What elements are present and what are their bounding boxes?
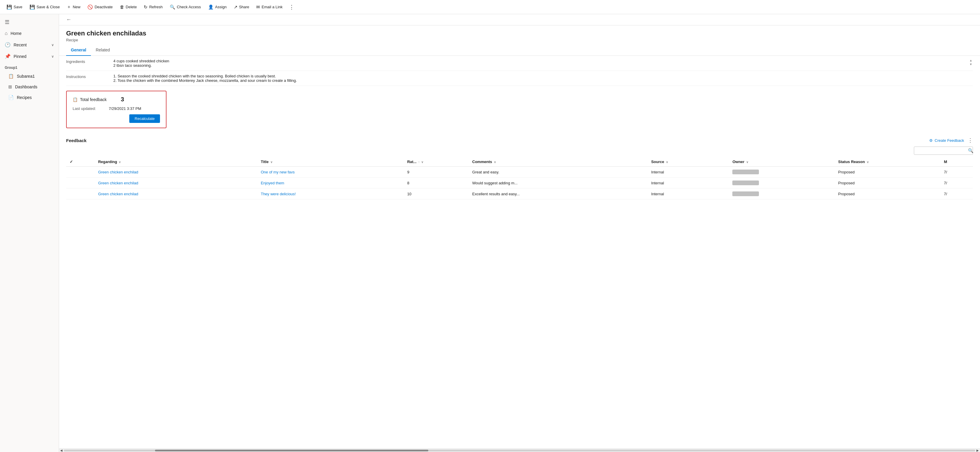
back-bar: ← bbox=[59, 14, 980, 26]
sidebar-item-recent[interactable]: 🕐 Recent ∨ bbox=[0, 39, 59, 51]
row-check-0[interactable] bbox=[66, 167, 94, 177]
title-link-2[interactable]: They were delicious! bbox=[261, 192, 296, 196]
col-header-source[interactable]: Source ∨ bbox=[648, 157, 729, 167]
save-close-icon: 💾 bbox=[30, 5, 35, 10]
search-input[interactable] bbox=[916, 149, 966, 153]
recalculate-button[interactable]: Recalculate bbox=[129, 114, 160, 123]
recent-icon: 🕐 bbox=[5, 42, 11, 48]
row-check-2[interactable] bbox=[66, 188, 94, 200]
feedback-last-updated-row: Last updated: 7/29/2021 3:37 PM bbox=[73, 106, 160, 111]
scroll-down-arrow[interactable]: ▼ bbox=[969, 62, 973, 66]
col-header-comments[interactable]: Comments ∨ bbox=[469, 157, 648, 167]
horizontal-scrollbar[interactable]: ◀ ▶ bbox=[59, 449, 980, 452]
subarea1-icon: 📋 bbox=[8, 73, 14, 79]
col-header-status[interactable]: Status Reason ∨ bbox=[835, 157, 940, 167]
tab-general[interactable]: General bbox=[66, 45, 91, 56]
check-all-icon: ✓ bbox=[70, 160, 73, 164]
dashboards-icon: ⊞ bbox=[8, 84, 12, 89]
h-scroll-thumb[interactable] bbox=[155, 450, 428, 451]
sidebar-item-recipes[interactable]: 📄 Recipes bbox=[0, 92, 59, 103]
sidebar-item-subarea1[interactable]: 📋 Subarea1 bbox=[0, 71, 59, 81]
col-header-owner[interactable]: Owner ∨ bbox=[729, 157, 834, 167]
instructions-field-row: Instructions 1. Season the cooked shredd… bbox=[66, 71, 973, 86]
row-source-1: Internal bbox=[648, 177, 729, 188]
main-layout: ☰ ⌂ Home 🕐 Recent ∨ 📌 Pinned ∨ Group1 📋 … bbox=[0, 14, 980, 452]
total-feedback-icon: 📋 bbox=[73, 97, 78, 102]
feedback-count: 3 bbox=[121, 96, 124, 103]
save-icon: 💾 bbox=[6, 5, 12, 10]
regarding-link-1[interactable]: Green chicken enchilad bbox=[98, 181, 138, 185]
page-subtitle: Recipe bbox=[66, 38, 973, 42]
ingredients-scrollbar[interactable]: ▲ ▼ bbox=[969, 59, 973, 66]
row-source-2: Internal bbox=[648, 188, 729, 200]
title-link-0[interactable]: One of my new favs bbox=[261, 170, 294, 174]
row-title-0: One of my new favs bbox=[257, 167, 404, 177]
sidebar-item-home[interactable]: ⌂ Home bbox=[0, 28, 59, 39]
row-m-1: 7/ bbox=[940, 177, 973, 188]
recipes-icon: 📄 bbox=[8, 95, 14, 100]
row-status-1: Proposed bbox=[835, 177, 940, 188]
tab-related[interactable]: Related bbox=[91, 45, 115, 56]
back-button[interactable]: ← bbox=[66, 16, 72, 23]
owner-blurred-1: redacted bbox=[732, 180, 759, 185]
feedback-table: ✓ Regarding ∨ Title ∨ Rat... ↑ bbox=[66, 157, 973, 200]
col-header-m: M bbox=[940, 157, 973, 167]
save-button[interactable]: 💾 Save bbox=[3, 3, 25, 11]
row-m-2: 7/ bbox=[940, 188, 973, 200]
create-feedback-icon: ⚙ bbox=[929, 138, 933, 143]
deactivate-button[interactable]: 🚫 Deactivate bbox=[84, 3, 115, 11]
share-icon: ↗ bbox=[234, 5, 238, 10]
row-owner-0: redacted bbox=[729, 167, 834, 177]
owner-blurred-2: redacted bbox=[732, 192, 759, 196]
sidebar-item-pinned[interactable]: 📌 Pinned ∨ bbox=[0, 51, 59, 62]
deactivate-icon: 🚫 bbox=[88, 5, 93, 10]
row-comments-0: Great and easy. bbox=[469, 167, 648, 177]
create-feedback-button[interactable]: ⚙ Create Feedback bbox=[929, 138, 964, 143]
save-close-button[interactable]: 💾 Save & Close bbox=[27, 3, 63, 11]
assign-button[interactable]: 👤 Assign bbox=[205, 3, 230, 11]
regarding-link-0[interactable]: Green chicken enchilad bbox=[98, 170, 138, 174]
col-header-check[interactable]: ✓ bbox=[66, 157, 94, 167]
refresh-button[interactable]: ↻ Refresh bbox=[141, 3, 165, 11]
hamburger-menu-button[interactable]: ☰ bbox=[0, 16, 59, 28]
new-icon: ＋ bbox=[67, 4, 71, 10]
regarding-link-2[interactable]: Green chicken enchilad bbox=[98, 192, 138, 196]
content-area: ← Green chicken enchiladas Recipe Genera… bbox=[59, 14, 980, 452]
table-header-row: ✓ Regarding ∨ Title ∨ Rat... ↑ bbox=[66, 157, 973, 167]
feedback-date: 7/29/2021 3:37 PM bbox=[109, 106, 141, 111]
col-header-rating[interactable]: Rat... ↑ ∨ bbox=[404, 157, 468, 167]
col-header-regarding[interactable]: Regarding ∨ bbox=[94, 157, 257, 167]
ingredients-field-row: Ingredients 4 cups cooked shredded chick… bbox=[66, 56, 973, 71]
feedback-more-button[interactable]: ⋮ bbox=[967, 137, 973, 144]
h-scroll-left-button[interactable]: ◀ bbox=[60, 449, 62, 452]
row-regarding-1: Green chicken enchilad bbox=[94, 177, 257, 188]
title-link-1[interactable]: Enjoyed them bbox=[261, 181, 284, 185]
more-options-button[interactable]: ⋮ bbox=[286, 2, 297, 12]
table-row: Green chicken enchilad One of my new fav… bbox=[66, 167, 973, 177]
instructions-label: Instructions bbox=[66, 74, 113, 79]
email-link-icon: ✉ bbox=[256, 5, 260, 10]
h-scroll-right-button[interactable]: ▶ bbox=[977, 449, 979, 452]
sidebar-item-dashboards[interactable]: ⊞ Dashboards bbox=[0, 81, 59, 92]
pinned-chevron-icon: ∨ bbox=[51, 54, 54, 59]
row-owner-2: redacted bbox=[729, 188, 834, 200]
new-button[interactable]: ＋ New bbox=[64, 2, 83, 11]
email-link-button[interactable]: ✉ Email a Link bbox=[253, 3, 285, 11]
feedback-section-title: Feedback bbox=[66, 138, 86, 143]
row-status-0: Proposed bbox=[835, 167, 940, 177]
row-check-1[interactable] bbox=[66, 177, 94, 188]
check-access-button[interactable]: 🔍 Check Access bbox=[167, 3, 204, 11]
home-icon: ⌂ bbox=[5, 31, 8, 36]
rating-sort-desc-icon: ∨ bbox=[421, 160, 423, 164]
regarding-sort-icon: ∨ bbox=[119, 160, 121, 164]
col-header-title[interactable]: Title ∨ bbox=[257, 157, 404, 167]
scroll-up-arrow[interactable]: ▲ bbox=[969, 59, 973, 62]
delete-button[interactable]: 🗑 Delete bbox=[117, 3, 140, 11]
row-title-2: They were delicious! bbox=[257, 188, 404, 200]
share-button[interactable]: ↗ Share bbox=[231, 3, 252, 11]
source-sort-icon: ∨ bbox=[666, 160, 668, 164]
rating-sort-asc-icon: ↑ bbox=[418, 160, 420, 164]
refresh-icon: ↻ bbox=[144, 5, 148, 10]
feedback-section-actions: ⚙ Create Feedback ⋮ bbox=[929, 137, 973, 144]
status-sort-icon: ∨ bbox=[867, 160, 869, 164]
